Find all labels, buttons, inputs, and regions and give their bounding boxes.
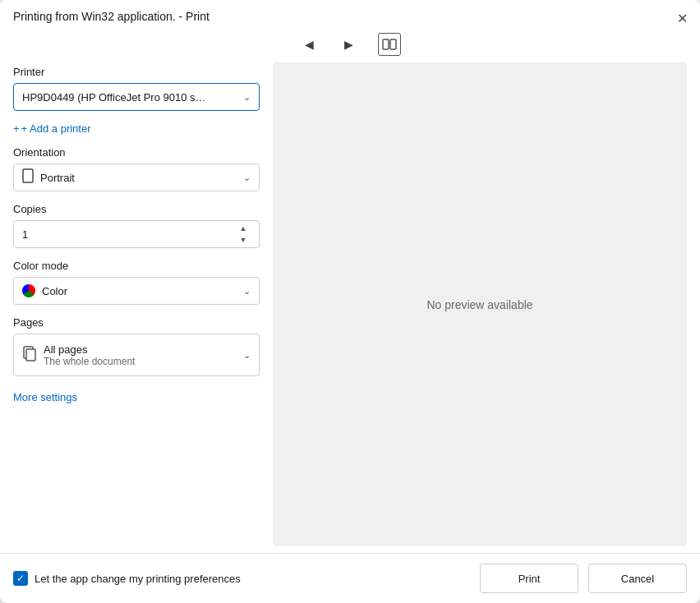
svg-rect-2 (23, 169, 33, 182)
title-bar: Printing from Win32 application. - Print… (0, 0, 700, 30)
svg-rect-4 (26, 349, 35, 361)
dialog-title: Printing from Win32 application. - Print (13, 10, 687, 23)
orientation-select[interactable]: Portrait ⌄ (13, 163, 260, 191)
copies-decrement-button[interactable]: ▼ (236, 235, 251, 245)
checkbox-label-text: Let the app change my printing preferenc… (35, 573, 241, 585)
print-dialog: Printing from Win32 application. - Print… (0, 0, 700, 603)
copies-arrows: ▲ ▼ (236, 223, 251, 245)
nav-bar: ◀ ▶ (0, 30, 700, 62)
next-page-button[interactable]: ▶ (338, 35, 358, 54)
svg-rect-1 (390, 39, 396, 49)
plus-icon: + (13, 122, 20, 135)
orientation-group: Orientation Portrait ⌄ (13, 146, 260, 191)
svg-rect-0 (383, 39, 389, 49)
color-mode-select[interactable]: Color ⌄ (13, 277, 260, 305)
prev-page-button[interactable]: ◀ (299, 35, 319, 54)
color-mode-group: Color mode Color ⌄ (13, 260, 260, 305)
color-mode-value: Color (42, 285, 67, 297)
printer-value: HP9D0449 (HP OfficeJet Pro 9010 s… (22, 91, 206, 104)
left-panel: Printer HP9D0449 (HP OfficeJet Pro 9010 … (13, 62, 260, 546)
printer-label: Printer (13, 66, 260, 78)
printer-dropdown-icon: ⌄ (243, 92, 251, 103)
preview-panel: No preview available (273, 62, 687, 546)
chevron-right-icon: ▶ (344, 38, 353, 51)
app-preferences-checkbox-label[interactable]: ✓ Let the app change my printing prefere… (13, 571, 470, 586)
color-mode-dropdown-icon: ⌄ (243, 286, 251, 297)
no-preview-text: No preview available (426, 298, 532, 311)
more-settings-link[interactable]: More settings (13, 391, 260, 403)
printer-select[interactable]: HP9D0449 (HP OfficeJet Pro 9010 s… ⌄ (13, 83, 260, 111)
color-mode-label: Color mode (13, 260, 260, 272)
orientation-value: Portrait (40, 172, 75, 184)
main-content: Printer HP9D0449 (HP OfficeJet Pro 9010 … (0, 62, 700, 546)
pages-text-block: All pages The whole document (44, 343, 135, 367)
pages-dropdown-icon: ⌄ (243, 350, 251, 361)
pages-icon (22, 345, 37, 366)
copies-value: 1 (22, 228, 28, 241)
app-preferences-checkbox[interactable]: ✓ (13, 571, 28, 586)
more-settings-label: More settings (13, 391, 77, 403)
add-printer-link[interactable]: + + Add a printer (13, 122, 260, 135)
close-icon: ✕ (677, 11, 688, 26)
checkmark-icon: ✓ (16, 573, 25, 584)
orientation-dropdown-icon: ⌄ (243, 173, 251, 183)
cancel-button[interactable]: Cancel (588, 564, 687, 593)
orientation-label: Orientation (13, 146, 260, 159)
copies-increment-button[interactable]: ▲ (236, 223, 251, 233)
printer-group: Printer HP9D0449 (HP OfficeJet Pro 9010 … (13, 66, 260, 111)
copies-group: Copies 1 ▲ ▼ (13, 203, 260, 248)
add-printer-label: + Add a printer (21, 122, 91, 135)
chevron-left-icon: ◀ (305, 38, 314, 51)
color-mode-icon (22, 284, 35, 297)
pages-main-value: All pages (44, 343, 135, 356)
close-button[interactable]: ✕ (670, 7, 693, 30)
copies-input-box: 1 ▲ ▼ (13, 220, 260, 248)
pages-group: Pages All pages The whole document (13, 316, 260, 376)
pages-select[interactable]: All pages The whole document ⌄ (13, 334, 260, 376)
pages-sub-value: The whole document (44, 356, 135, 367)
color-mode-select-left: Color (22, 284, 67, 297)
preview-toggle-icon (378, 33, 401, 56)
orientation-select-left: Portrait (22, 168, 75, 186)
pages-label: Pages (13, 316, 260, 329)
pages-select-left: All pages The whole document (22, 343, 135, 367)
copies-label: Copies (13, 203, 260, 215)
portrait-icon (22, 168, 34, 186)
bottom-bar: ✓ Let the app change my printing prefere… (0, 553, 700, 603)
print-button[interactable]: Print (480, 564, 578, 593)
